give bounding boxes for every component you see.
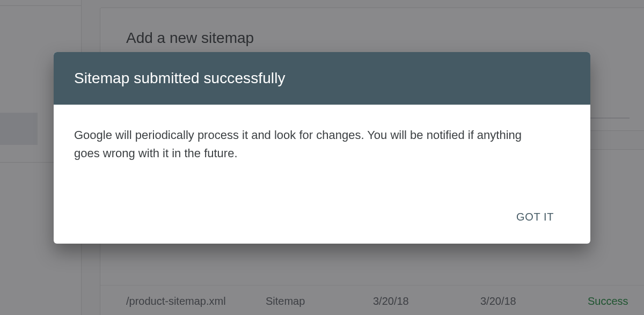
dialog-title: Sitemap submitted successfully xyxy=(74,70,570,87)
dialog-body-text: Google will periodically process it and … xyxy=(74,126,546,163)
got-it-button[interactable]: GOT IT xyxy=(509,206,561,229)
dialog-actions: GOT IT xyxy=(54,179,590,244)
dialog-header: Sitemap submitted successfully xyxy=(54,52,590,105)
dialog-body: Google will periodically process it and … xyxy=(54,105,590,179)
dialog-sitemap-submitted: Sitemap submitted successfully Google wi… xyxy=(54,52,590,244)
